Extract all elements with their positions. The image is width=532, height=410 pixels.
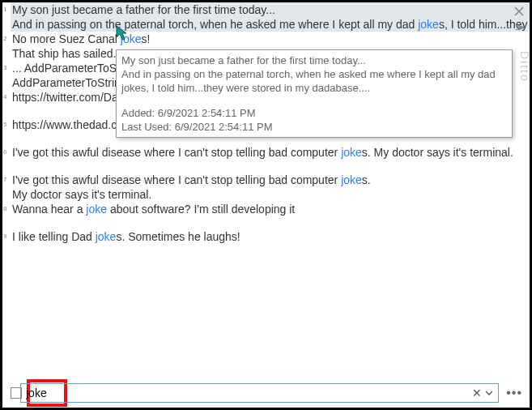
search-highlight: joke (341, 173, 362, 186)
entry-line: I've got this awful disease where I can'… (11, 145, 530, 160)
entry-number: 3 (3, 61, 6, 75)
entry-line: And in passing on the paternal torch, wh… (11, 17, 530, 32)
entry-line: My son just became a father for the firs… (11, 2, 530, 17)
entry-line: My doctor says it's terminal. (11, 187, 530, 202)
search-highlight: joke (341, 146, 362, 159)
clip-entry[interactable]: 8Wanna hear a joke about software? I'm s… (11, 202, 530, 216)
entry-number: 6 (3, 145, 6, 160)
tooltip-line: And in passing on the paternal torch, wh… (121, 67, 507, 95)
tooltip-lastused: Last Used: 6/9/2021 2:54:11 PM (121, 120, 507, 134)
window-controls (513, 6, 525, 33)
entry-number: 5 (3, 117, 6, 132)
entry-line: No more Suez Canal jokes! (11, 32, 530, 46)
clip-entry[interactable]: 6I've got this awful disease where I can… (11, 145, 530, 160)
search-highlight: joke (86, 203, 107, 216)
clip-entry[interactable]: 7I've got this awful disease where I can… (11, 173, 530, 202)
entry-line: I've got this awful disease where I can'… (11, 173, 530, 187)
search-highlight: joke (418, 18, 439, 31)
entry-number: 2 (3, 32, 6, 46)
clip-entry[interactable]: 1My son just became a father for the fir… (11, 2, 530, 32)
cursor-icon (116, 25, 129, 44)
app-brand: Ditto (518, 51, 531, 83)
search-bar: ✕ ••• (2, 382, 530, 408)
search-field[interactable]: ✕ (20, 383, 499, 403)
close-icon[interactable] (513, 6, 525, 17)
search-highlight: joke (96, 230, 117, 243)
entry-line: Wanna hear a joke about software? I'm st… (11, 202, 530, 216)
tooltip-added: Added: 6/9/2021 2:54:11 PM (121, 106, 507, 120)
entry-number: 1 (3, 2, 6, 17)
clear-search-icon[interactable]: ✕ (470, 387, 483, 399)
entry-number: 7 (3, 173, 6, 187)
entry-number: 9 (3, 229, 6, 244)
preview-tooltip: My son just became a father for the firs… (116, 49, 513, 138)
entry-number: 8 (3, 202, 6, 216)
tooltip-line: My son just became a father for the firs… (121, 53, 507, 67)
entry-number: 4 (3, 90, 6, 105)
expand-icon[interactable] (513, 22, 525, 33)
search-dropdown-icon[interactable] (483, 387, 495, 399)
search-input[interactable] (24, 387, 470, 399)
entry-line: I like telling Dad jokes. Sometimes he l… (11, 229, 530, 244)
clip-entry[interactable]: 9I like telling Dad jokes. Sometimes he … (11, 229, 530, 244)
more-menu-icon[interactable]: ••• (504, 386, 525, 400)
